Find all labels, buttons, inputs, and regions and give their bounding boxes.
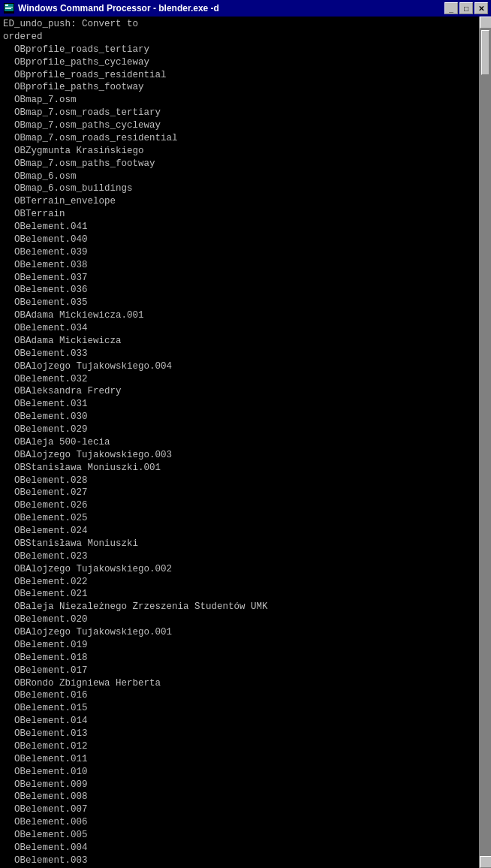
console-line: OBStanisława Moniuszki bbox=[3, 538, 488, 550]
console-line: OBTerrain bbox=[3, 208, 488, 221]
console-line: OBAlojzego Tujakowskiego.002 bbox=[3, 563, 488, 576]
console-line: OBelement.008 bbox=[3, 791, 488, 803]
console-line: OBelement.010 bbox=[3, 766, 488, 779]
console-line: OBAleksandra Fredry bbox=[3, 385, 488, 398]
maximize-button[interactable]: □ bbox=[459, 2, 473, 14]
console-line: OBelement.036 bbox=[3, 284, 488, 297]
console-line: OBelement.003 bbox=[3, 854, 488, 867]
console-line: ED_undo_push: Convert to bbox=[3, 18, 488, 31]
console-line: OBelement.024 bbox=[3, 525, 488, 538]
console-line: OBelement.041 bbox=[3, 221, 488, 234]
console-line: OBelement.025 bbox=[3, 512, 488, 525]
console-line: OBelement.005 bbox=[3, 829, 488, 842]
console-line: OBelement.035 bbox=[3, 297, 488, 309]
console-line: OBelement.037 bbox=[3, 272, 488, 285]
console-line: OBelement.019 bbox=[3, 639, 488, 652]
console-line: OBelement.004 bbox=[3, 842, 488, 854]
console-line: OBelement.012 bbox=[3, 740, 488, 753]
svg-rect-2 bbox=[5, 5, 8, 6]
console-line: OBelement.027 bbox=[3, 487, 488, 499]
console-line: OBelement.034 bbox=[3, 322, 488, 335]
console-line: OBelement.007 bbox=[3, 803, 488, 816]
console-line: OBAdama Mickiewicza.001 bbox=[3, 309, 488, 322]
console-line: OBelement.028 bbox=[3, 475, 488, 487]
console-line: OBelement.030 bbox=[3, 411, 488, 423]
console-line: OBelement.016 bbox=[3, 689, 488, 702]
minimize-button[interactable]: _ bbox=[444, 2, 458, 14]
console-line: OBaleja Niezależnego Zrzeszenia Studentó… bbox=[3, 601, 488, 613]
console-line: OBprofile_roads_tertiary bbox=[3, 44, 488, 56]
console-line: OBmap_7.osm bbox=[3, 94, 488, 107]
console-line: OBStanisława Moniuszki.001 bbox=[3, 462, 488, 475]
console-line: OBelement.026 bbox=[3, 499, 488, 512]
console-line: OBelement.018 bbox=[3, 652, 488, 665]
console-line: OBelement.021 bbox=[3, 588, 488, 601]
console-line: OBAdama Mickiewicza bbox=[3, 335, 488, 348]
console-line: OBelement.009 bbox=[3, 779, 488, 791]
console-line: OBAlojzego Tujakowskiego.003 bbox=[3, 449, 488, 462]
scrollbar-track[interactable] bbox=[480, 29, 491, 856]
console-line: OBprofile_roads_residential bbox=[3, 69, 488, 82]
console-line: OBAlojzego Tujakowskiego.004 bbox=[3, 360, 488, 373]
svg-rect-4 bbox=[5, 8, 11, 9]
console-line: OBAlojzego Tujakowskiego.001 bbox=[3, 626, 488, 639]
console-line: OBmap_7.osm_paths_footway bbox=[3, 158, 488, 170]
console-line: OBmap_6.osm bbox=[3, 170, 488, 183]
console-line: OBelement.022 bbox=[3, 576, 488, 589]
title-bar-icon bbox=[3, 2, 15, 14]
console-line: OBelement.033 bbox=[3, 348, 488, 360]
console-output: ED_undo_push: Convert toordered OBprofil… bbox=[3, 18, 488, 868]
console-line: OBmap_7.osm_roads_tertiary bbox=[3, 107, 488, 119]
console-line: OBmap_6.osm_buildings bbox=[3, 182, 488, 195]
console-line: OBTerrain_envelope bbox=[3, 195, 488, 208]
console-line: OBelement.023 bbox=[3, 550, 488, 563]
window: Windows Command Processor - blender.exe … bbox=[0, 0, 491, 868]
console-line: OBelement.031 bbox=[3, 398, 488, 411]
console-line: ordered bbox=[3, 31, 488, 44]
title-bar: Windows Command Processor - blender.exe … bbox=[0, 0, 491, 17]
console-line: OBelement.040 bbox=[3, 234, 488, 246]
console-line: OBelement.017 bbox=[3, 665, 488, 677]
console-line: OBelement.015 bbox=[3, 702, 488, 715]
scrollbar-up-button[interactable]: ▲ bbox=[480, 17, 491, 29]
scrollbar[interactable]: ▲ ▼ bbox=[479, 17, 491, 868]
console-line: OBelement.011 bbox=[3, 753, 488, 766]
console-line: OBmap_7.osm_paths_cycleway bbox=[3, 119, 488, 132]
console-line: OBelement.013 bbox=[3, 728, 488, 740]
title-bar-text: Windows Command Processor - blender.exe … bbox=[18, 3, 441, 14]
console-line: OBelement.029 bbox=[3, 423, 488, 436]
console-line: OBelement.020 bbox=[3, 613, 488, 626]
close-button[interactable]: ✕ bbox=[474, 2, 488, 14]
console-line: OBRondo Zbigniewa Herberta bbox=[3, 677, 488, 690]
console-line: OBAleja 500-lecia bbox=[3, 436, 488, 449]
console-line: OBelement.014 bbox=[3, 715, 488, 728]
title-bar-buttons: _ □ ✕ bbox=[444, 2, 488, 14]
console-line: OBprofile_paths_footway bbox=[3, 81, 488, 94]
scrollbar-thumb[interactable] bbox=[481, 30, 489, 75]
console-line: OBelement.039 bbox=[3, 246, 488, 259]
console-line: OBelement.006 bbox=[3, 816, 488, 829]
console-line: OBelement.032 bbox=[3, 373, 488, 386]
scrollbar-down-button[interactable]: ▼ bbox=[480, 856, 491, 868]
console-line: OBprofile_paths_cycleway bbox=[3, 56, 488, 69]
console-area: ED_undo_push: Convert toordered OBprofil… bbox=[0, 17, 491, 868]
console-line: OBelement.038 bbox=[3, 259, 488, 272]
svg-rect-3 bbox=[5, 7, 13, 8]
console-line: OBZygmunta Krasińskiego bbox=[3, 145, 488, 158]
console-line: OBmap_7.osm_roads_residential bbox=[3, 132, 488, 145]
